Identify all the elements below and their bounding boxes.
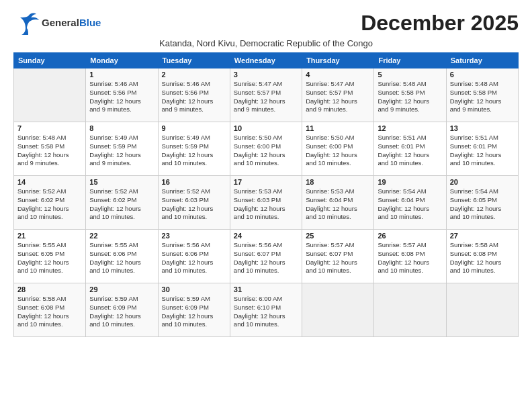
table-row: 26Sunrise: 5:57 AM Sunset: 6:08 PM Dayli…	[374, 230, 446, 283]
day-info: Sunrise: 5:52 AM Sunset: 6:02 PM Dayligh…	[89, 187, 154, 222]
day-number: 1	[89, 71, 154, 79]
table-row: 14Sunrise: 5:52 AM Sunset: 6:02 PM Dayli…	[14, 176, 86, 230]
table-row: 19Sunrise: 5:54 AM Sunset: 6:04 PM Dayli…	[374, 176, 446, 230]
day-info: Sunrise: 5:54 AM Sunset: 6:04 PM Dayligh…	[378, 187, 442, 222]
day-info: Sunrise: 5:51 AM Sunset: 6:01 PM Dayligh…	[450, 134, 515, 168]
day-info: Sunrise: 5:51 AM Sunset: 6:01 PM Dayligh…	[378, 134, 442, 168]
day-number: 15	[89, 178, 154, 186]
day-number: 20	[450, 178, 515, 186]
day-number: 17	[234, 178, 298, 186]
table-row	[374, 283, 446, 337]
header-wednesday: Wednesday	[230, 53, 302, 68]
day-info: Sunrise: 5:58 AM Sunset: 6:08 PM Dayligh…	[450, 241, 515, 275]
day-info: Sunrise: 5:57 AM Sunset: 6:07 PM Dayligh…	[306, 241, 370, 275]
day-info: Sunrise: 5:50 AM Sunset: 6:00 PM Dayligh…	[306, 134, 370, 168]
day-info: Sunrise: 5:56 AM Sunset: 6:07 PM Dayligh…	[234, 241, 298, 275]
header-tuesday: Tuesday	[158, 53, 230, 68]
day-info: Sunrise: 5:58 AM Sunset: 6:08 PM Dayligh…	[17, 295, 82, 329]
day-info: Sunrise: 5:48 AM Sunset: 5:58 PM Dayligh…	[17, 134, 82, 168]
day-number: 4	[306, 71, 370, 79]
day-number: 24	[234, 232, 298, 240]
day-info: Sunrise: 5:52 AM Sunset: 6:02 PM Dayligh…	[17, 187, 82, 222]
table-row	[302, 283, 374, 337]
day-number: 22	[89, 232, 154, 240]
header-saturday: Saturday	[446, 53, 518, 68]
table-row: 10Sunrise: 5:50 AM Sunset: 6:00 PM Dayli…	[230, 122, 302, 176]
table-row: 2Sunrise: 5:46 AM Sunset: 5:56 PM Daylig…	[158, 68, 230, 122]
day-number: 13	[450, 124, 515, 132]
logo-general: General	[42, 17, 79, 28]
day-info: Sunrise: 5:46 AM Sunset: 5:56 PM Dayligh…	[89, 80, 154, 114]
day-number: 21	[17, 232, 82, 240]
table-row: 25Sunrise: 5:57 AM Sunset: 6:07 PM Dayli…	[302, 230, 374, 283]
table-row: 22Sunrise: 5:55 AM Sunset: 6:06 PM Dayli…	[86, 230, 158, 283]
calendar-week-2: 7Sunrise: 5:48 AM Sunset: 5:58 PM Daylig…	[14, 122, 519, 176]
day-info: Sunrise: 5:47 AM Sunset: 5:57 PM Dayligh…	[306, 80, 370, 114]
day-info: Sunrise: 5:50 AM Sunset: 6:00 PM Dayligh…	[234, 134, 298, 168]
header-sunday: Sunday	[14, 53, 86, 68]
table-row: 17Sunrise: 5:53 AM Sunset: 6:03 PM Dayli…	[230, 176, 302, 230]
day-number: 3	[234, 71, 298, 79]
day-info: Sunrise: 5:52 AM Sunset: 6:03 PM Dayligh…	[162, 187, 226, 222]
table-row: 9Sunrise: 5:49 AM Sunset: 5:59 PM Daylig…	[158, 122, 230, 176]
day-info: Sunrise: 5:54 AM Sunset: 6:05 PM Dayligh…	[450, 187, 515, 222]
table-row: 5Sunrise: 5:48 AM Sunset: 5:58 PM Daylig…	[374, 68, 446, 122]
table-row: 31Sunrise: 6:00 AM Sunset: 6:10 PM Dayli…	[230, 283, 302, 337]
table-row: 18Sunrise: 5:53 AM Sunset: 6:04 PM Dayli…	[302, 176, 374, 230]
day-info: Sunrise: 5:53 AM Sunset: 6:04 PM Dayligh…	[306, 187, 370, 222]
logo-blue: Blue	[79, 17, 101, 28]
day-number: 7	[17, 124, 82, 132]
day-info: Sunrise: 5:59 AM Sunset: 6:09 PM Dayligh…	[162, 295, 226, 329]
day-number: 27	[450, 232, 515, 240]
day-info: Sunrise: 5:57 AM Sunset: 6:08 PM Dayligh…	[378, 241, 442, 275]
day-info: Sunrise: 5:55 AM Sunset: 6:05 PM Dayligh…	[17, 241, 82, 275]
table-row: 28Sunrise: 5:58 AM Sunset: 6:08 PM Dayli…	[14, 283, 86, 337]
table-row: 15Sunrise: 5:52 AM Sunset: 6:02 PM Dayli…	[86, 176, 158, 230]
day-number: 18	[306, 178, 370, 186]
logo: GeneralBlue	[13, 11, 101, 35]
subtitle: Katanda, Nord Kivu, Democratic Republic …	[13, 38, 519, 48]
day-number: 31	[234, 285, 298, 293]
header-friday: Friday	[374, 53, 446, 68]
day-number: 8	[89, 124, 154, 132]
day-number: 5	[378, 71, 442, 79]
table-row: 21Sunrise: 5:55 AM Sunset: 6:05 PM Dayli…	[14, 230, 86, 283]
header-thursday: Thursday	[302, 53, 374, 68]
day-number: 14	[17, 178, 82, 186]
header-monday: Monday	[86, 53, 158, 68]
logo-text: GeneralBlue	[42, 17, 101, 29]
day-number: 2	[162, 71, 226, 79]
day-number: 11	[306, 124, 370, 132]
day-headers: Sunday Monday Tuesday Wednesday Thursday…	[14, 53, 519, 68]
calendar-week-1: 1Sunrise: 5:46 AM Sunset: 5:56 PM Daylig…	[14, 68, 519, 122]
day-number: 9	[162, 124, 226, 132]
day-number: 16	[162, 178, 226, 186]
day-number: 30	[162, 285, 226, 293]
table-row: 13Sunrise: 5:51 AM Sunset: 6:01 PM Dayli…	[446, 122, 518, 176]
day-info: Sunrise: 5:59 AM Sunset: 6:09 PM Dayligh…	[89, 295, 154, 329]
calendar-table: Sunday Monday Tuesday Wednesday Thursday…	[13, 52, 519, 337]
logo-icon	[13, 11, 40, 35]
day-info: Sunrise: 5:48 AM Sunset: 5:58 PM Dayligh…	[450, 80, 515, 114]
table-row: 27Sunrise: 5:58 AM Sunset: 6:08 PM Dayli…	[446, 230, 518, 283]
table-row: 29Sunrise: 5:59 AM Sunset: 6:09 PM Dayli…	[86, 283, 158, 337]
day-number: 10	[234, 124, 298, 132]
day-info: Sunrise: 5:53 AM Sunset: 6:03 PM Dayligh…	[234, 187, 298, 222]
day-info: Sunrise: 5:49 AM Sunset: 5:59 PM Dayligh…	[162, 134, 226, 168]
page: GeneralBlue December 2025 Katanda, Nord …	[0, 0, 532, 411]
day-info: Sunrise: 5:49 AM Sunset: 5:59 PM Dayligh…	[89, 134, 154, 168]
calendar-week-4: 21Sunrise: 5:55 AM Sunset: 6:05 PM Dayli…	[14, 230, 519, 283]
table-row: 24Sunrise: 5:56 AM Sunset: 6:07 PM Dayli…	[230, 230, 302, 283]
header: GeneralBlue December 2025	[13, 11, 519, 36]
day-number: 23	[162, 232, 226, 240]
table-row: 16Sunrise: 5:52 AM Sunset: 6:03 PM Dayli…	[158, 176, 230, 230]
day-info: Sunrise: 5:55 AM Sunset: 6:06 PM Dayligh…	[89, 241, 154, 275]
day-number: 19	[378, 178, 442, 186]
table-row: 6Sunrise: 5:48 AM Sunset: 5:58 PM Daylig…	[446, 68, 518, 122]
table-row: 4Sunrise: 5:47 AM Sunset: 5:57 PM Daylig…	[302, 68, 374, 122]
table-row: 12Sunrise: 5:51 AM Sunset: 6:01 PM Dayli…	[374, 122, 446, 176]
day-info: Sunrise: 5:46 AM Sunset: 5:56 PM Dayligh…	[162, 80, 226, 114]
table-row: 30Sunrise: 5:59 AM Sunset: 6:09 PM Dayli…	[158, 283, 230, 337]
day-number: 25	[306, 232, 370, 240]
table-row	[14, 68, 86, 122]
